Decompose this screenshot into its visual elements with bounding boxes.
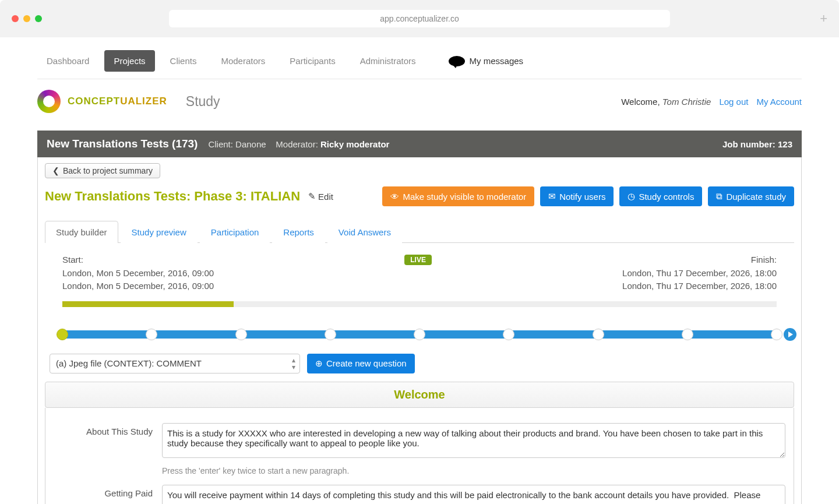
- my-messages-label: My messages: [470, 56, 524, 66]
- my-messages-link[interactable]: My messages: [449, 56, 524, 66]
- welcome-heading: Welcome: [45, 382, 794, 408]
- logo-icon: [37, 90, 61, 113]
- edit-link[interactable]: ✎ Edit: [308, 191, 333, 202]
- step-timeline[interactable]: [62, 330, 777, 339]
- tab-void-answers[interactable]: Void Answers: [327, 221, 402, 243]
- timeline-step[interactable]: [414, 329, 425, 340]
- back-button[interactable]: ❮ Back to project summary: [45, 163, 160, 178]
- study-controls-button[interactable]: ◷ Study controls: [619, 186, 702, 206]
- my-account-link[interactable]: My Account: [756, 97, 802, 107]
- nav-clients[interactable]: Clients: [161, 50, 206, 72]
- paid-textarea[interactable]: [162, 485, 785, 505]
- nav-projects[interactable]: Projects: [104, 50, 154, 72]
- about-label: About This Study: [54, 423, 153, 436]
- tab-study-builder[interactable]: Study builder: [45, 221, 118, 243]
- window-minimize-icon[interactable]: [23, 15, 30, 22]
- create-question-button[interactable]: ⊕ Create new question: [307, 354, 415, 373]
- nav-participants[interactable]: Participants: [280, 50, 344, 72]
- url-bar[interactable]: app.conceptualizer.co: [169, 10, 670, 27]
- study-header-bar: New Translations Tests (173) Client: Dan…: [37, 131, 802, 157]
- about-textarea[interactable]: [162, 423, 785, 458]
- nav-dashboard[interactable]: Dashboard: [37, 50, 98, 72]
- notify-users-button[interactable]: ✉ Notify users: [540, 186, 614, 206]
- chevron-left-icon: ❮: [52, 166, 59, 175]
- study-title: New Translations Tests (173): [47, 138, 198, 150]
- pencil-icon: ✎: [308, 191, 316, 202]
- copy-icon: ⧉: [716, 191, 722, 202]
- browser-chrome: app.conceptualizer.co +: [0, 0, 839, 37]
- make-visible-button[interactable]: 👁 Make study visible to moderator: [382, 186, 534, 206]
- timeline-step[interactable]: [682, 329, 693, 340]
- question-select[interactable]: (a) Jpeg file (CONTEXT): COMMENT: [50, 354, 300, 373]
- tab-study-preview[interactable]: Study preview: [121, 221, 198, 243]
- timeline-progressbar: [62, 301, 777, 307]
- timeline-step[interactable]: [593, 329, 604, 340]
- clock-icon: ◷: [628, 191, 635, 202]
- live-badge: LIVE: [404, 255, 432, 265]
- envelope-icon: ✉: [548, 191, 556, 202]
- timeline-finish: Finish: London, Thu 17 December, 2026, 1…: [622, 253, 777, 293]
- brand-name-part1: CONCEPT: [68, 96, 120, 107]
- new-tab-button[interactable]: +: [820, 11, 827, 26]
- timeline-step[interactable]: [146, 329, 157, 340]
- study-tabs: Study builder Study preview Participatio…: [45, 220, 794, 243]
- timeline-step[interactable]: [771, 329, 782, 340]
- paid-label: Getting Paid: [54, 485, 153, 498]
- tab-reports[interactable]: Reports: [272, 221, 325, 243]
- window-zoom-icon[interactable]: [35, 15, 42, 22]
- job-number: Job number: 123: [722, 139, 792, 149]
- duplicate-study-button[interactable]: ⧉ Duplicate study: [708, 186, 794, 206]
- play-icon[interactable]: [784, 328, 796, 341]
- main-nav: Dashboard Projects Clients Moderators Pa…: [37, 43, 802, 79]
- welcome-text: Welcome, Tom Christie: [621, 97, 711, 107]
- timeline-step[interactable]: [57, 329, 68, 340]
- speech-bubble-icon: [449, 56, 465, 66]
- brand-name-part2: UALIZER: [120, 96, 167, 107]
- timeline: Start: London, Mon 5 December, 2016, 09:…: [45, 243, 794, 354]
- brand: CONCEPTUALIZER Study: [37, 90, 220, 113]
- window-close-icon[interactable]: [12, 15, 19, 22]
- nav-moderators[interactable]: Moderators: [211, 50, 274, 72]
- nav-administrators[interactable]: Administrators: [351, 50, 425, 72]
- tab-participation[interactable]: Participation: [200, 221, 270, 243]
- logout-link[interactable]: Log out: [719, 97, 748, 107]
- plus-circle-icon: ⊕: [315, 358, 323, 369]
- timeline-step[interactable]: [235, 329, 247, 340]
- timeline-step[interactable]: [325, 329, 336, 340]
- about-hint: Press the 'enter' key twice to start a n…: [162, 466, 785, 475]
- section-label: Study: [186, 94, 220, 110]
- eye-icon: 👁: [390, 192, 399, 202]
- timeline-step[interactable]: [503, 329, 514, 340]
- timeline-start: Start: London, Mon 5 December, 2016, 09:…: [62, 253, 214, 293]
- phase-title: New Translations Tests: Phase 3: ITALIAN: [45, 189, 300, 204]
- chevron-updown-icon: ▴▾: [292, 357, 295, 371]
- study-meta: Client: Danone Moderator: Ricky moderato…: [208, 139, 389, 149]
